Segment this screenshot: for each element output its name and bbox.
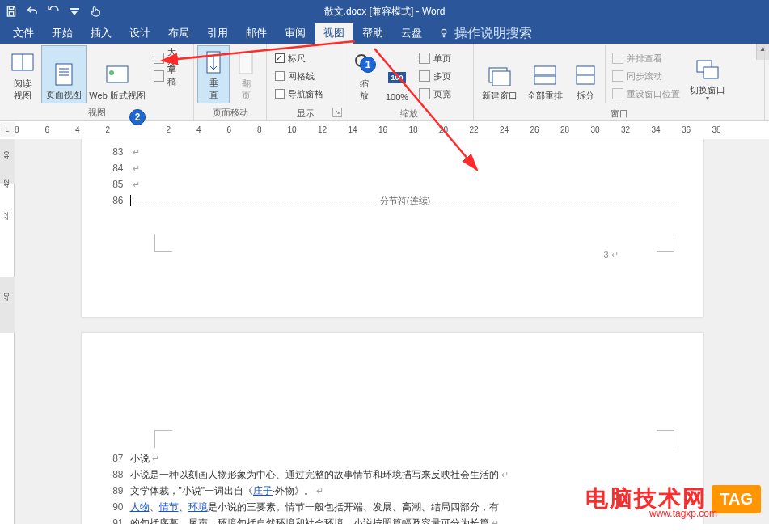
web-layout-button[interactable]: Web 版式视图 <box>87 45 149 103</box>
page-width-icon <box>419 88 430 99</box>
line-text[interactable]: 文学体裁，"小说"一词出自《庄子·外物》。↵ <box>130 483 678 499</box>
line-number: 84 <box>106 160 130 176</box>
ruler-tick: 4 <box>196 125 201 134</box>
document-page-1: 83↵84↵85↵ 86 分节符(连续) 3↵ <box>82 139 703 317</box>
ribbon-tabs: 文件 开始 插入 设计 布局 引用 邮件 审阅 视图 帮助 云盘 操作说明搜索 <box>0 23 769 44</box>
line-text[interactable]: 小说是一种以刻画人物形象为中心、通过完整的故事情节和环境描写来反映社会生活的↵ <box>130 467 678 483</box>
new-window-label: 新建窗口 <box>482 90 518 102</box>
svg-rect-17 <box>534 66 556 74</box>
line-text[interactable]: 小说↵ <box>130 450 678 467</box>
line-number: 90 <box>106 499 130 515</box>
document-line[interactable]: 89文学体裁，"小说"一词出自《庄子·外物》。↵ <box>106 483 678 499</box>
single-page-button[interactable]: 单页 <box>419 50 451 66</box>
document-line[interactable]: 90人物、情节、环境是小说的三要素。情节一般包括开端、发展、高潮、结局四部分，有 <box>106 499 678 515</box>
tab-insert[interactable]: 插入 <box>82 23 120 44</box>
split-icon <box>571 61 600 90</box>
arrange-all-icon <box>530 61 560 90</box>
line-text[interactable]: ↵ <box>130 160 678 176</box>
read-mode-button[interactable]: 阅读 视图 <box>3 45 41 103</box>
vertical-ruler[interactable]: 40 42 44 48 <box>0 139 15 524</box>
draft-view-label: 草稿 <box>167 64 185 88</box>
horizontal-ruler[interactable]: 1086422468101214161820222426283032343638 <box>15 122 769 137</box>
ruler-tick: 24 <box>500 125 509 134</box>
new-window-button[interactable]: 新建窗口 <box>477 45 522 103</box>
switch-windows-button[interactable]: 切换窗口 ▾ <box>685 45 730 103</box>
document-line[interactable]: 87小说↵ <box>106 450 678 467</box>
web-layout-icon <box>103 61 132 90</box>
document-line[interactable]: 85↵ <box>106 176 678 192</box>
ribbon-view: ▲ 阅读 视图 页面视图 Web 版式视图 大纲 草稿 视图 <box>0 44 769 121</box>
document-scroll-area: 40 42 44 48 83↵84↵85↵ 86 分节符(连续) 3↵ <box>0 139 769 524</box>
undo-icon[interactable] <box>24 3 40 19</box>
document-line[interactable]: 83↵ <box>106 144 678 160</box>
hyperlink[interactable]: 庄子 <box>253 485 273 496</box>
vertical-button[interactable]: 垂 直 <box>197 45 230 103</box>
hyperlink[interactable]: 人物 <box>130 501 150 513</box>
tab-file[interactable]: 文件 <box>5 23 42 44</box>
split-button[interactable]: 拆分 <box>568 45 603 103</box>
document-line[interactable]: 91的句括序幕、尾声。环境句括自然环境和社会环境。小说按照篇幅及容量可分为长篇↵ <box>106 515 678 524</box>
web-layout-label: Web 版式视图 <box>89 90 145 102</box>
multi-page-button[interactable]: 多页 <box>419 68 451 84</box>
flip-button[interactable]: 翻 页 <box>230 45 262 103</box>
arrange-all-label: 全部重排 <box>527 90 563 102</box>
tab-design[interactable]: 设计 <box>121 23 158 44</box>
line-text[interactable]: 的句括序幕、尾声。环境句括自然环境和社会环境。小说按照篇幅及容量可分为长篇↵ <box>130 515 678 524</box>
outline-icon <box>154 53 165 64</box>
group-show: 标尺 网格线 导航窗格 显示↘ <box>267 44 344 120</box>
tab-help[interactable]: 帮助 <box>354 23 391 44</box>
tab-view[interactable]: 视图 <box>315 23 353 44</box>
line-text[interactable]: ↵ <box>130 144 678 160</box>
hyperlink[interactable]: 环境 <box>188 501 208 513</box>
line-number: 86 <box>106 192 130 209</box>
hyperlink[interactable]: 情节 <box>159 501 179 513</box>
print-layout-button[interactable]: 页面视图 <box>41 45 86 103</box>
reset-window-button[interactable]: 重设窗口位置 <box>612 86 680 102</box>
ruler-tick: 22 <box>470 125 479 134</box>
single-page-icon <box>419 53 430 64</box>
vertical-label: 垂 直 <box>209 77 218 101</box>
tell-me-search[interactable]: 操作说明搜索 <box>438 25 532 42</box>
ruler-tick: 26 <box>530 125 539 134</box>
document-page-2: 87小说↵88小说是一种以刻画人物形象为中心、通过完整的故事情节和环境描写来反映… <box>82 333 703 524</box>
group-views-label: 视图 <box>0 105 193 121</box>
draft-view-button[interactable]: 草稿 <box>154 68 185 84</box>
zoom-100-button[interactable]: 100 100% <box>380 45 414 103</box>
document-line[interactable]: 88小说是一种以刻画人物形象为中心、通过完整的故事情节和环境描写来反映社会生活的… <box>106 467 678 483</box>
tab-references[interactable]: 引用 <box>199 23 236 44</box>
page-width-button[interactable]: 页宽 <box>419 86 451 102</box>
ruler-tick: 8 <box>15 125 19 134</box>
v-tick: 48 <box>2 293 11 301</box>
arrange-all-button[interactable]: 全部重排 <box>522 45 568 103</box>
gridlines-checkbox[interactable]: 网格线 <box>275 68 323 84</box>
tab-layout[interactable]: 布局 <box>160 23 197 44</box>
dialog-launcher-icon[interactable]: ↘ <box>332 108 342 117</box>
redo-icon[interactable] <box>45 3 61 19</box>
document-line[interactable]: 84↵ <box>106 160 678 176</box>
tab-mailings[interactable]: 邮件 <box>238 23 275 44</box>
save-icon[interactable] <box>3 3 19 19</box>
tab-home[interactable]: 开始 <box>44 23 81 44</box>
line-number: 91 <box>106 515 130 524</box>
line-text[interactable]: 人物、情节、环境是小说的三要素。情节一般包括开端、发展、高潮、结局四部分，有 <box>130 499 678 515</box>
title-bar: 散文.docx [兼容模式] - Word <box>0 0 769 23</box>
flip-icon <box>231 49 260 78</box>
ruler-tick: 12 <box>318 125 327 134</box>
tab-cloud[interactable]: 云盘 <box>393 23 430 44</box>
customize-qat-icon[interactable] <box>66 3 82 19</box>
pages-host[interactable]: 83↵84↵85↵ 86 分节符(连续) 3↵ 87小说↵88小说是一种以刻画人… <box>15 139 769 524</box>
page-number: 3↵ <box>603 250 618 260</box>
line-number: 87 <box>106 450 130 467</box>
tab-review[interactable]: 审阅 <box>277 23 314 44</box>
sync-scroll-button[interactable]: 同步滚动 <box>612 68 680 84</box>
zoom-button[interactable]: 缩 放 <box>348 45 380 103</box>
line-text[interactable]: ↵ <box>130 176 678 192</box>
ruler-tick: 2 <box>106 125 111 134</box>
ruler-tick: 36 <box>682 125 691 134</box>
group-zoom: 缩 放 100 100% 单页 多页 页宽 缩放 <box>344 44 474 120</box>
switch-windows-icon <box>693 55 722 84</box>
touch-mode-icon[interactable] <box>87 3 104 19</box>
ruler-checkbox[interactable]: 标尺 <box>275 50 323 66</box>
navpane-checkbox[interactable]: 导航窗格 <box>275 86 323 102</box>
side-by-side-button[interactable]: 并排查看 <box>612 50 680 66</box>
